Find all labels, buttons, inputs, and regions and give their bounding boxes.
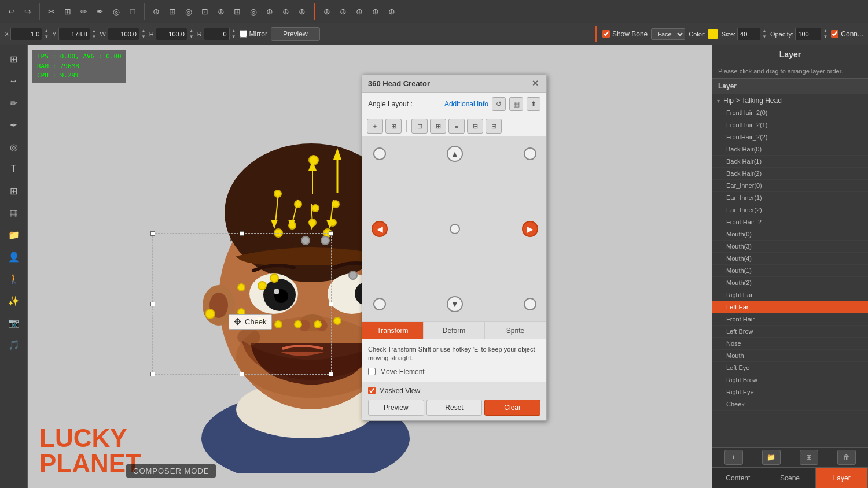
- w-input[interactable]: [108, 28, 139, 40]
- upload-icon[interactable]: ⬆: [527, 97, 540, 111]
- bone-dot-eye-l[interactable]: [258, 281, 267, 290]
- compass-left[interactable]: ◀: [372, 221, 388, 237]
- h-align-icon[interactable]: ⊟: [467, 119, 483, 134]
- layer-item-mouth-2[interactable]: Mouth(2): [712, 277, 868, 289]
- layer-item-left-eye[interactable]: Left Eye: [712, 362, 868, 374]
- bone-dot-7[interactable]: [288, 221, 296, 230]
- sidebar-icon-text[interactable]: T: [3, 158, 24, 179]
- layer-group-hip[interactable]: ▾ Hip > Talking Head: [712, 94, 868, 107]
- bone-dot-8[interactable]: [329, 219, 337, 227]
- layer-item-backhair-1[interactable]: Back Hair(1): [712, 156, 868, 168]
- bone-dot-mouth-c[interactable]: [294, 320, 302, 328]
- h-input[interactable]: [156, 28, 187, 40]
- square-icon[interactable]: □: [126, 5, 139, 19]
- layer-item-fronthair2[interactable]: Front Hair_2: [712, 216, 868, 228]
- layer-folder-button[interactable]: 📁: [762, 450, 781, 465]
- sidebar-icon-grid[interactable]: ⊞: [3, 180, 24, 201]
- sidebar-icon-brush[interactable]: ✒: [3, 114, 24, 135]
- bone-dot-5[interactable]: [332, 200, 340, 208]
- tool1-icon[interactable]: ⊕: [149, 5, 163, 19]
- canvas-area[interactable]: FPS : 0.00, AVG : 0.00 RAM : 796MB CPU :…: [28, 45, 712, 488]
- sidebar-icon-person[interactable]: 👤: [3, 246, 24, 267]
- bone-dot-4[interactable]: [311, 204, 319, 212]
- layer-item-left-brow[interactable]: Left Brow: [712, 326, 868, 338]
- tool11-icon[interactable]: ⊕: [320, 5, 334, 19]
- opacity-spinner[interactable]: ▲▼: [823, 28, 827, 40]
- sidebar-icon-arrow[interactable]: ↔: [3, 71, 24, 91]
- layer-item-left-ear[interactable]: Left Ear: [712, 301, 868, 313]
- tool13-icon[interactable]: ⊕: [352, 5, 366, 19]
- tool8-icon[interactable]: ⊕: [263, 5, 277, 19]
- tool12-icon[interactable]: ⊕: [336, 5, 350, 19]
- sidebar-icon-folder[interactable]: 📁: [3, 224, 24, 245]
- move-element-checkbox[interactable]: [368, 368, 376, 375]
- tool4-icon[interactable]: ⊡: [198, 5, 212, 19]
- layer-item-fronthair-1[interactable]: FrontHair_2(1): [712, 119, 868, 131]
- size-spinner[interactable]: ▲▼: [762, 28, 767, 40]
- tool7-icon[interactable]: ◎: [247, 5, 260, 19]
- bone-dot-cheek-r2[interactable]: [333, 317, 341, 325]
- edit-icon[interactable]: ✏: [77, 5, 91, 19]
- r-input[interactable]: [204, 28, 230, 40]
- layer-delete-button[interactable]: 🗑: [837, 450, 856, 465]
- layer-item-mouth-3[interactable]: Mouth(3): [712, 241, 868, 253]
- tool10-icon[interactable]: ⊕: [295, 5, 309, 19]
- bone-dot-6[interactable]: [308, 219, 317, 227]
- masked-view-checkbox[interactable]: [368, 387, 376, 394]
- expand-icon[interactable]: ⊞: [486, 119, 502, 134]
- layer-item-earinner-0[interactable]: Ear_Inner(0): [712, 180, 868, 192]
- additional-info-link[interactable]: Additional Info: [444, 100, 488, 108]
- sidebar-icon-chart[interactable]: ▦: [3, 202, 24, 223]
- sidebar-icon-effects[interactable]: ✨: [3, 290, 24, 311]
- clear-button[interactable]: Clear: [484, 400, 540, 416]
- align-icon[interactable]: ≡: [448, 119, 465, 134]
- bone-dot-brow-l[interactable]: [274, 228, 283, 238]
- show-bone-checkbox[interactable]: [602, 30, 610, 38]
- grid-icon[interactable]: ⊞: [61, 5, 75, 19]
- tool2-icon[interactable]: ⊞: [165, 5, 179, 19]
- compass-up[interactable]: ▲: [447, 146, 463, 162]
- face-select[interactable]: Face: [651, 28, 685, 40]
- tab-transform[interactable]: Transform: [362, 322, 424, 339]
- r-spinner[interactable]: ▲▼: [231, 28, 236, 40]
- size-input[interactable]: [737, 28, 760, 40]
- y-spinner[interactable]: ▲▼: [92, 28, 97, 40]
- grid-view-icon[interactable]: ⊡: [411, 119, 428, 134]
- bone-dot-chin-l[interactable]: [205, 309, 215, 319]
- layer-item-backhair-0[interactable]: Back Hair(0): [712, 143, 868, 156]
- tool3-icon[interactable]: ◎: [182, 5, 196, 19]
- connect-checkbox[interactable]: [831, 30, 838, 38]
- undo-icon[interactable]: ↩: [5, 5, 19, 19]
- compass-br[interactable]: [524, 298, 536, 310]
- plus-icon[interactable]: +: [367, 119, 383, 134]
- w-spinner[interactable]: ▲▼: [141, 28, 146, 40]
- compass-down[interactable]: ▼: [447, 296, 463, 312]
- tool9-icon[interactable]: ⊕: [279, 5, 293, 19]
- bone-dot-2[interactable]: [274, 190, 282, 198]
- reset-button[interactable]: Reset: [426, 400, 483, 416]
- layer-item-backhair-2[interactable]: Back Hair(2): [712, 168, 868, 180]
- bone-dot-1[interactable]: [308, 155, 319, 165]
- layer-add-button[interactable]: +: [724, 450, 743, 465]
- sidebar-icon-shapes[interactable]: ◎: [3, 136, 24, 157]
- sidebar-icon-pen[interactable]: ✏: [3, 93, 24, 113]
- head-creator-close-button[interactable]: ✕: [530, 78, 540, 88]
- tab-content[interactable]: Content: [712, 468, 764, 488]
- tool15-icon[interactable]: ⊕: [385, 5, 399, 19]
- preview-button[interactable]: Preview: [271, 27, 320, 41]
- layer-item-mouth-0[interactable]: Mouth(0): [712, 228, 868, 241]
- layer-item-mouth-1[interactable]: Mouth(1): [712, 265, 868, 277]
- layer-item-right-eye[interactable]: Right Eye: [712, 386, 868, 398]
- layer-item-front-hair[interactable]: Front Hair: [712, 313, 868, 326]
- layer-item-cheek[interactable]: Cheek: [712, 398, 868, 411]
- bone-dot-nose[interactable]: [270, 273, 279, 283]
- bone-dot-3[interactable]: [294, 200, 302, 208]
- layer-item-mouth-4[interactable]: Mouth(4): [712, 253, 868, 265]
- layer-item-nose[interactable]: Nose: [712, 338, 868, 350]
- tab-layer[interactable]: Layer: [816, 468, 868, 488]
- layer-item-fronthair-2[interactable]: FrontHair_2(2): [712, 131, 868, 143]
- mirror-checkbox[interactable]: [240, 30, 247, 38]
- layer-copy-button[interactable]: ⊞: [800, 450, 818, 465]
- compass-center[interactable]: [450, 224, 460, 234]
- compass-bl[interactable]: [373, 298, 386, 310]
